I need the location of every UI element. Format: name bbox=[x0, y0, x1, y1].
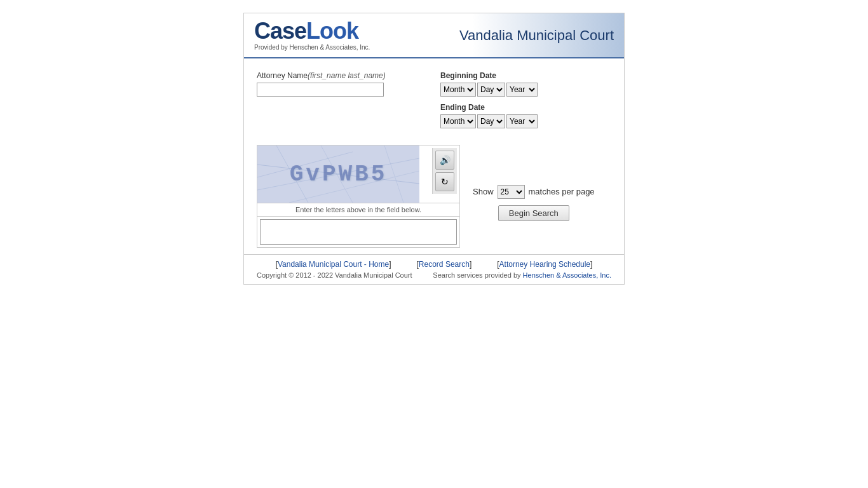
show-row: Show 25 10 50 100 matches per page bbox=[473, 185, 595, 199]
captcha-controls: 🔊 ↻ bbox=[432, 148, 457, 194]
begin-search-button[interactable]: Begin Search bbox=[498, 205, 569, 221]
ending-year-select[interactable]: Year 2022202120202019 2018201720162015 bbox=[506, 114, 538, 128]
bracket-close-1: ] bbox=[389, 260, 391, 269]
beginning-date-group: Beginning Date Month 01020304 05060708 0… bbox=[440, 71, 611, 97]
beginning-year-select[interactable]: Year 2022202120202019 2018201720162015 bbox=[506, 83, 538, 97]
footer: [Vandalia Municipal Court - Home] [Recor… bbox=[244, 254, 624, 284]
matches-per-page-select[interactable]: 25 10 50 100 bbox=[498, 185, 525, 199]
ending-date-label: Ending Date bbox=[440, 103, 611, 112]
copyright-text: Copyright © 2012 - 2022 Vandalia Municip… bbox=[257, 271, 412, 279]
beginning-month-select[interactable]: Month 01020304 05060708 09101112 bbox=[440, 83, 476, 97]
court-name: Vandalia Municipal Court bbox=[459, 27, 614, 44]
refresh-icon: ↻ bbox=[441, 177, 449, 187]
captcha-instruction: Enter the letters above in the field bel… bbox=[257, 203, 459, 216]
show-label: Show bbox=[473, 187, 494, 196]
beginning-date-label: Beginning Date bbox=[440, 71, 611, 80]
footer-link-home[interactable]: Vandalia Municipal Court - Home bbox=[278, 260, 389, 269]
logo-case: Case bbox=[254, 18, 306, 44]
captcha-text: GvPWB5 bbox=[290, 161, 388, 187]
ending-month-select[interactable]: Month 01020304 05060708 09101112 bbox=[440, 114, 476, 128]
attorney-name-hint: (first_name last_name) bbox=[308, 71, 386, 80]
search-options: Show 25 10 50 100 matches per page Begin… bbox=[473, 158, 595, 248]
provider-link[interactable]: Henschen & Associates, Inc. bbox=[523, 271, 611, 279]
captcha-audio-button[interactable]: 🔊 bbox=[435, 151, 454, 170]
footer-link-attorney[interactable]: Attorney Hearing Schedule bbox=[499, 260, 590, 269]
bracket-close-2: ] bbox=[470, 260, 471, 269]
right-form: Beginning Date Month 01020304 05060708 0… bbox=[440, 71, 611, 135]
logo-subtitle: Provided by Henschen & Associates, Inc. bbox=[254, 44, 370, 51]
page-wrapper: CaseLook Provided by Henschen & Associat… bbox=[243, 13, 625, 285]
attorney-name-label: Attorney Name(first_name last_name) bbox=[257, 71, 428, 80]
captcha-refresh-button[interactable]: ↻ bbox=[435, 172, 454, 191]
attorney-name-input[interactable] bbox=[257, 83, 384, 97]
logo-area: CaseLook Provided by Henschen & Associat… bbox=[254, 20, 370, 51]
captcha-section: GvPWB5 🔊 ↻ Enter the letters above in th… bbox=[257, 145, 460, 248]
captcha-input-area bbox=[257, 216, 459, 247]
captcha-input[interactable] bbox=[260, 219, 457, 245]
beginning-day-select[interactable]: Day 0102030405 0607080910 1112131415 161… bbox=[477, 83, 505, 97]
left-form: Attorney Name(first_name last_name) bbox=[257, 71, 428, 135]
footer-links: [Vandalia Municipal Court - Home] [Recor… bbox=[250, 260, 618, 269]
footer-link-record[interactable]: Record Search bbox=[419, 260, 470, 269]
header: CaseLook Provided by Henschen & Associat… bbox=[244, 13, 624, 58]
main-content: Attorney Name(first_name last_name) Begi… bbox=[244, 58, 624, 254]
logo: CaseLook bbox=[254, 20, 370, 43]
audio-icon: 🔊 bbox=[440, 155, 451, 165]
matches-per-page-label: matches per page bbox=[529, 187, 595, 196]
ending-day-select[interactable]: Day 0102030405 0607080910 1112131415 161… bbox=[477, 114, 505, 128]
ending-date-group: Ending Date Month 01020304 05060708 0910… bbox=[440, 103, 611, 128]
logo-look: Look bbox=[306, 18, 358, 44]
ending-date-selects: Month 01020304 05060708 09101112 Day 010… bbox=[440, 114, 611, 128]
bracket-close-3: ] bbox=[590, 260, 592, 269]
footer-copy: Copyright © 2012 - 2022 Vandalia Municip… bbox=[250, 271, 618, 279]
bottom-section: GvPWB5 🔊 ↻ Enter the letters above in th… bbox=[257, 145, 611, 248]
footer-link-record-wrapper: [Record Search] bbox=[417, 260, 472, 269]
provider-text: Search services provided by Henschen & A… bbox=[433, 271, 611, 279]
footer-link-attorney-wrapper: [Attorney Hearing Schedule] bbox=[497, 260, 592, 269]
beginning-date-selects: Month 01020304 05060708 09101112 Day 010… bbox=[440, 83, 611, 97]
captcha-image: GvPWB5 bbox=[257, 146, 419, 203]
footer-link-home-wrapper: [Vandalia Municipal Court - Home] bbox=[276, 260, 391, 269]
form-area: Attorney Name(first_name last_name) Begi… bbox=[257, 71, 611, 135]
